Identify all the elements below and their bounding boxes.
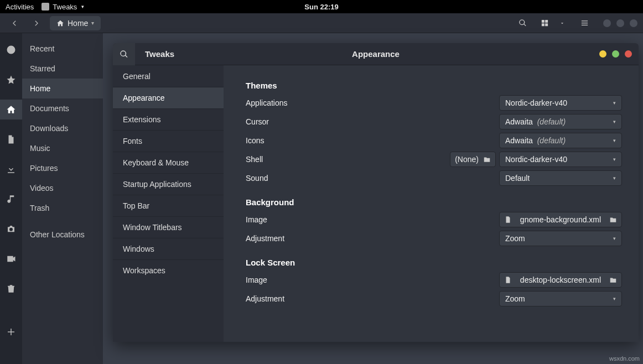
place-pictures[interactable]: Pictures	[22, 158, 103, 178]
tweaks-search-button[interactable]	[113, 43, 135, 65]
ls-adjust-dropdown[interactable]: Zoom▾	[499, 291, 622, 306]
shell-none-text: (None)	[455, 155, 479, 164]
cat-appearance[interactable]: Appearance	[113, 87, 224, 108]
tweaks-window: Tweaks Appearance General Appearance Ext…	[113, 43, 639, 342]
cursor-dropdown[interactable]: Adwaita (default)▾	[499, 114, 622, 129]
chevron-down-icon: ▾	[613, 138, 616, 143]
place-videos[interactable]: Videos	[22, 178, 103, 198]
rail-trash[interactable]	[0, 279, 22, 299]
place-music[interactable]: Music	[22, 138, 103, 158]
cat-window-titlebars[interactable]: Window Titlebars	[113, 216, 224, 238]
gnome-top-bar: Activities Tweaks ▾ Sun 22:19	[0, 0, 643, 13]
cat-fonts[interactable]: Fonts	[113, 130, 224, 152]
ls-image-filename: desktop-lockscreen.xml	[516, 275, 605, 284]
tweaks-category-list: General Appearance Extensions Fonts Keyb…	[113, 65, 224, 342]
rail-videos[interactable]	[0, 249, 22, 269]
chevron-down-icon: ▾	[613, 175, 616, 181]
cat-general[interactable]: General	[113, 65, 224, 87]
activities-button[interactable]: Activities	[6, 3, 34, 11]
path-label: Home	[68, 19, 88, 28]
file-icon	[504, 276, 512, 284]
rail-home[interactable]	[0, 100, 22, 119]
forward-button[interactable]	[28, 16, 45, 30]
rail-recent[interactable]	[0, 40, 22, 60]
rail-other-locations[interactable]	[0, 322, 22, 342]
chevron-down-icon: ▾	[613, 236, 616, 241]
applications-value: Nordic-darker-v40	[505, 98, 567, 107]
place-other-locations[interactable]: Other Locations	[22, 225, 103, 245]
bg-image-filename: gnome-background.xml	[516, 215, 605, 224]
icons-dropdown[interactable]: Adwaita (default)▾	[499, 133, 622, 148]
back-button[interactable]	[6, 16, 23, 30]
cat-startup-apps[interactable]: Startup Applications	[113, 173, 224, 195]
rail-music[interactable]	[0, 189, 22, 209]
bg-image-file-button[interactable]: gnome-background.xml	[499, 212, 622, 227]
themes-heading: Themes	[246, 81, 622, 90]
rail-pictures[interactable]	[0, 219, 22, 239]
sound-dropdown[interactable]: Default▾	[499, 170, 622, 186]
path-home-button[interactable]: Home ▾	[50, 16, 101, 30]
shell-label: Shell	[246, 155, 444, 164]
shell-dropdown[interactable]: Nordic-darker-v40▾	[499, 152, 622, 167]
minimize-button[interactable]	[599, 50, 606, 58]
ls-image-file-button[interactable]: desktop-lockscreen.xml	[499, 272, 622, 288]
chevron-down-icon: ▾	[81, 4, 84, 9]
tweaks-title: Tweaks	[135, 49, 174, 59]
files-content-area: Tweaks Appearance General Appearance Ext…	[103, 33, 643, 364]
app-menu-label: Tweaks	[53, 3, 77, 11]
home-icon	[56, 19, 64, 27]
view-chevron-button[interactable]	[553, 16, 571, 30]
chevron-down-icon: ▾	[613, 119, 616, 124]
rail-downloads[interactable]	[0, 159, 22, 179]
clock-label[interactable]: Sun 22:19	[304, 0, 338, 13]
chevron-down-icon: ▾	[613, 296, 616, 301]
ls-adjust-value: Zoom	[505, 294, 525, 303]
place-documents[interactable]: Documents	[22, 98, 103, 118]
files-sidebar: Recent Starred Home Documents Downloads …	[0, 33, 103, 364]
cat-workspaces[interactable]: Workspaces	[113, 259, 224, 281]
bg-adjust-dropdown[interactable]: Zoom▾	[499, 231, 622, 246]
chevron-down-icon: ▾	[91, 20, 94, 26]
cat-extensions[interactable]: Extensions	[113, 108, 224, 130]
open-icon	[609, 216, 617, 223]
icon-rail	[0, 33, 22, 364]
hamburger-menu-button[interactable]	[575, 16, 593, 30]
shell-value: Nordic-darker-v40	[505, 155, 567, 164]
bg-image-label: Image	[246, 215, 494, 224]
cat-top-bar[interactable]: Top Bar	[113, 195, 224, 216]
ls-image-label: Image	[246, 275, 494, 284]
bg-adjust-label: Adjustment	[246, 234, 494, 243]
place-home[interactable]: Home	[22, 79, 103, 98]
place-starred[interactable]: Starred	[22, 59, 103, 79]
app-menu-button[interactable]: Tweaks ▾	[42, 3, 84, 11]
close-button[interactable]	[630, 19, 637, 27]
view-grid-button[interactable]	[536, 16, 553, 30]
place-recent[interactable]: Recent	[22, 39, 103, 59]
lockscreen-heading: Lock Screen	[246, 258, 622, 267]
places-list: Recent Starred Home Documents Downloads …	[22, 33, 103, 364]
tweaks-page-title: Appearance	[352, 49, 400, 59]
chevron-down-icon: ▾	[613, 100, 616, 106]
maximize-button[interactable]	[616, 19, 624, 27]
cat-windows[interactable]: Windows	[113, 238, 224, 259]
tweaks-header: Tweaks Appearance	[113, 43, 639, 65]
icons-value: Adwaita (default)	[505, 136, 566, 145]
tweaks-content: Themes Applications Nordic-darker-v40▾ C…	[224, 65, 639, 342]
open-icon	[483, 155, 491, 163]
cat-keyboard-mouse[interactable]: Keyboard & Mouse	[113, 152, 224, 173]
cursor-value: Adwaita (default)	[505, 117, 566, 126]
cursor-label: Cursor	[246, 117, 494, 126]
applications-dropdown[interactable]: Nordic-darker-v40▾	[499, 95, 622, 111]
ls-adjust-label: Adjustment	[246, 294, 494, 303]
place-downloads[interactable]: Downloads	[22, 118, 103, 138]
place-trash[interactable]: Trash	[22, 198, 103, 218]
maximize-button[interactable]	[612, 50, 619, 58]
watermark: wsxdn.com	[609, 355, 640, 362]
search-button[interactable]	[514, 16, 531, 30]
shell-none-file-button[interactable]: (None)	[450, 152, 496, 167]
close-button[interactable]	[625, 50, 632, 58]
rail-starred[interactable]	[0, 70, 22, 90]
rail-documents[interactable]	[0, 129, 22, 149]
open-icon	[609, 276, 617, 284]
minimize-button[interactable]	[603, 19, 611, 27]
